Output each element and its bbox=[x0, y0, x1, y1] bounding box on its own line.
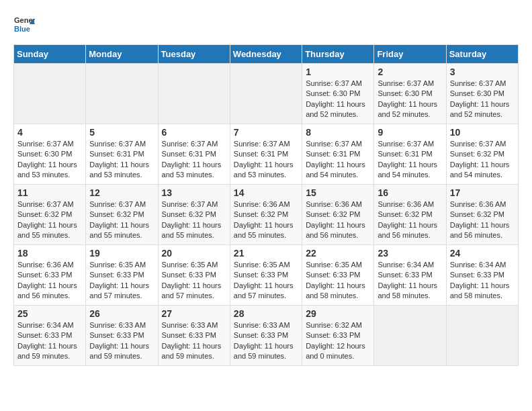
day-info: Sunrise: 6:35 AM Sunset: 6:33 PM Dayligh… bbox=[89, 260, 154, 302]
day-info: Sunrise: 6:36 AM Sunset: 6:33 PM Dayligh… bbox=[17, 260, 82, 302]
calendar-cell: 22Sunrise: 6:35 AM Sunset: 6:33 PM Dayli… bbox=[302, 245, 374, 306]
day-info: Sunrise: 6:37 AM Sunset: 6:30 PM Dayligh… bbox=[17, 139, 82, 181]
calendar-cell: 10Sunrise: 6:37 AM Sunset: 6:32 PM Dayli… bbox=[446, 124, 518, 185]
day-number: 14 bbox=[234, 187, 298, 198]
day-info: Sunrise: 6:32 AM Sunset: 6:33 PM Dayligh… bbox=[306, 320, 370, 362]
calendar-cell: 4Sunrise: 6:37 AM Sunset: 6:30 PM Daylig… bbox=[14, 124, 86, 185]
day-number: 8 bbox=[306, 127, 370, 138]
day-number: 7 bbox=[234, 127, 298, 138]
logo: General Blue bbox=[13, 13, 35, 38]
calendar-cell: 26Sunrise: 6:33 AM Sunset: 6:33 PM Dayli… bbox=[86, 306, 158, 366]
day-info: Sunrise: 6:35 AM Sunset: 6:33 PM Dayligh… bbox=[162, 260, 226, 302]
day-header-sunday: Sunday bbox=[14, 45, 86, 64]
day-number: 24 bbox=[450, 248, 515, 259]
calendar-header-row: SundayMondayTuesdayWednesdayThursdayFrid… bbox=[14, 45, 519, 64]
day-number: 26 bbox=[89, 308, 154, 319]
day-info: Sunrise: 6:37 AM Sunset: 6:30 PM Dayligh… bbox=[306, 79, 370, 120]
calendar-cell: 28Sunrise: 6:33 AM Sunset: 6:33 PM Dayli… bbox=[230, 306, 302, 366]
day-info: Sunrise: 6:34 AM Sunset: 6:33 PM Dayligh… bbox=[450, 260, 515, 302]
calendar-cell: 8Sunrise: 6:37 AM Sunset: 6:31 PM Daylig… bbox=[302, 124, 374, 185]
day-info: Sunrise: 6:33 AM Sunset: 6:33 PM Dayligh… bbox=[162, 320, 226, 362]
calendar-cell: 17Sunrise: 6:36 AM Sunset: 6:32 PM Dayli… bbox=[446, 185, 518, 245]
calendar-cell: 20Sunrise: 6:35 AM Sunset: 6:33 PM Dayli… bbox=[158, 245, 230, 306]
day-info: Sunrise: 6:37 AM Sunset: 6:30 PM Dayligh… bbox=[450, 79, 515, 120]
day-header-thursday: Thursday bbox=[302, 45, 374, 64]
day-number: 4 bbox=[17, 127, 82, 138]
day-info: Sunrise: 6:37 AM Sunset: 6:30 PM Dayligh… bbox=[378, 79, 442, 120]
calendar-cell: 5Sunrise: 6:37 AM Sunset: 6:31 PM Daylig… bbox=[86, 124, 158, 185]
calendar-cell: 1Sunrise: 6:37 AM Sunset: 6:30 PM Daylig… bbox=[302, 64, 374, 124]
calendar-cell: 15Sunrise: 6:36 AM Sunset: 6:32 PM Dayli… bbox=[302, 185, 374, 245]
day-info: Sunrise: 6:36 AM Sunset: 6:32 PM Dayligh… bbox=[306, 199, 370, 241]
day-info: Sunrise: 6:37 AM Sunset: 6:32 PM Dayligh… bbox=[162, 199, 226, 241]
day-info: Sunrise: 6:33 AM Sunset: 6:33 PM Dayligh… bbox=[234, 320, 298, 362]
day-number: 5 bbox=[89, 127, 154, 138]
day-info: Sunrise: 6:35 AM Sunset: 6:33 PM Dayligh… bbox=[234, 260, 298, 302]
day-number: 11 bbox=[17, 187, 82, 198]
calendar-cell: 24Sunrise: 6:34 AM Sunset: 6:33 PM Dayli… bbox=[446, 245, 518, 306]
calendar-week-row: 4Sunrise: 6:37 AM Sunset: 6:30 PM Daylig… bbox=[14, 124, 519, 185]
day-info: Sunrise: 6:36 AM Sunset: 6:32 PM Dayligh… bbox=[450, 199, 515, 241]
calendar-cell bbox=[374, 306, 446, 366]
day-number: 15 bbox=[306, 187, 370, 198]
day-number: 1 bbox=[306, 66, 370, 77]
day-header-saturday: Saturday bbox=[446, 45, 518, 64]
logo-svg: General Blue bbox=[13, 13, 35, 38]
day-number: 17 bbox=[450, 187, 515, 198]
day-number: 20 bbox=[162, 248, 226, 259]
calendar-cell: 27Sunrise: 6:33 AM Sunset: 6:33 PM Dayli… bbox=[158, 306, 230, 366]
day-number: 10 bbox=[450, 127, 515, 138]
calendar-cell: 2Sunrise: 6:37 AM Sunset: 6:30 PM Daylig… bbox=[374, 64, 446, 124]
calendar-week-row: 18Sunrise: 6:36 AM Sunset: 6:33 PM Dayli… bbox=[14, 245, 519, 306]
day-number: 19 bbox=[89, 248, 154, 259]
day-header-friday: Friday bbox=[374, 45, 446, 64]
day-info: Sunrise: 6:37 AM Sunset: 6:32 PM Dayligh… bbox=[89, 199, 154, 241]
calendar-week-row: 11Sunrise: 6:37 AM Sunset: 6:32 PM Dayli… bbox=[14, 185, 519, 245]
page-header: General Blue bbox=[13, 13, 519, 38]
calendar-cell: 19Sunrise: 6:35 AM Sunset: 6:33 PM Dayli… bbox=[86, 245, 158, 306]
day-number: 9 bbox=[378, 127, 442, 138]
calendar-cell: 11Sunrise: 6:37 AM Sunset: 6:32 PM Dayli… bbox=[14, 185, 86, 245]
day-info: Sunrise: 6:37 AM Sunset: 6:31 PM Dayligh… bbox=[378, 139, 442, 181]
day-info: Sunrise: 6:37 AM Sunset: 6:32 PM Dayligh… bbox=[17, 199, 82, 241]
day-info: Sunrise: 6:37 AM Sunset: 6:31 PM Dayligh… bbox=[162, 139, 226, 181]
calendar-table: SundayMondayTuesdayWednesdayThursdayFrid… bbox=[13, 44, 519, 366]
calendar-cell bbox=[86, 64, 158, 124]
day-info: Sunrise: 6:37 AM Sunset: 6:31 PM Dayligh… bbox=[89, 139, 154, 181]
day-number: 12 bbox=[89, 187, 154, 198]
calendar-cell: 3Sunrise: 6:37 AM Sunset: 6:30 PM Daylig… bbox=[446, 64, 518, 124]
calendar-week-row: 25Sunrise: 6:34 AM Sunset: 6:33 PM Dayli… bbox=[14, 306, 519, 366]
day-info: Sunrise: 6:34 AM Sunset: 6:33 PM Dayligh… bbox=[17, 320, 82, 362]
day-number: 25 bbox=[17, 308, 82, 319]
day-header-monday: Monday bbox=[86, 45, 158, 64]
day-header-wednesday: Wednesday bbox=[230, 45, 302, 64]
day-number: 3 bbox=[450, 66, 515, 77]
day-number: 22 bbox=[306, 248, 370, 259]
calendar-week-row: 1Sunrise: 6:37 AM Sunset: 6:30 PM Daylig… bbox=[14, 64, 519, 124]
calendar-cell bbox=[14, 64, 86, 124]
calendar-cell: 16Sunrise: 6:36 AM Sunset: 6:32 PM Dayli… bbox=[374, 185, 446, 245]
day-number: 23 bbox=[378, 248, 442, 259]
calendar-cell: 21Sunrise: 6:35 AM Sunset: 6:33 PM Dayli… bbox=[230, 245, 302, 306]
calendar-cell: 6Sunrise: 6:37 AM Sunset: 6:31 PM Daylig… bbox=[158, 124, 230, 185]
day-info: Sunrise: 6:36 AM Sunset: 6:32 PM Dayligh… bbox=[378, 199, 442, 241]
calendar-cell: 25Sunrise: 6:34 AM Sunset: 6:33 PM Dayli… bbox=[14, 306, 86, 366]
day-info: Sunrise: 6:33 AM Sunset: 6:33 PM Dayligh… bbox=[89, 320, 154, 362]
day-number: 29 bbox=[306, 308, 370, 319]
calendar-cell: 18Sunrise: 6:36 AM Sunset: 6:33 PM Dayli… bbox=[14, 245, 86, 306]
calendar-cell: 14Sunrise: 6:36 AM Sunset: 6:32 PM Dayli… bbox=[230, 185, 302, 245]
day-number: 2 bbox=[378, 66, 442, 77]
day-info: Sunrise: 6:34 AM Sunset: 6:33 PM Dayligh… bbox=[378, 260, 442, 302]
svg-text:Blue: Blue bbox=[14, 25, 30, 33]
calendar-cell bbox=[230, 64, 302, 124]
day-number: 21 bbox=[234, 248, 298, 259]
day-number: 27 bbox=[162, 308, 226, 319]
calendar-cell: 23Sunrise: 6:34 AM Sunset: 6:33 PM Dayli… bbox=[374, 245, 446, 306]
day-number: 6 bbox=[162, 127, 226, 138]
day-number: 28 bbox=[234, 308, 298, 319]
calendar-cell: 9Sunrise: 6:37 AM Sunset: 6:31 PM Daylig… bbox=[374, 124, 446, 185]
day-header-tuesday: Tuesday bbox=[158, 45, 230, 64]
day-info: Sunrise: 6:36 AM Sunset: 6:32 PM Dayligh… bbox=[234, 199, 298, 241]
calendar-cell: 29Sunrise: 6:32 AM Sunset: 6:33 PM Dayli… bbox=[302, 306, 374, 366]
calendar-cell bbox=[446, 306, 518, 366]
